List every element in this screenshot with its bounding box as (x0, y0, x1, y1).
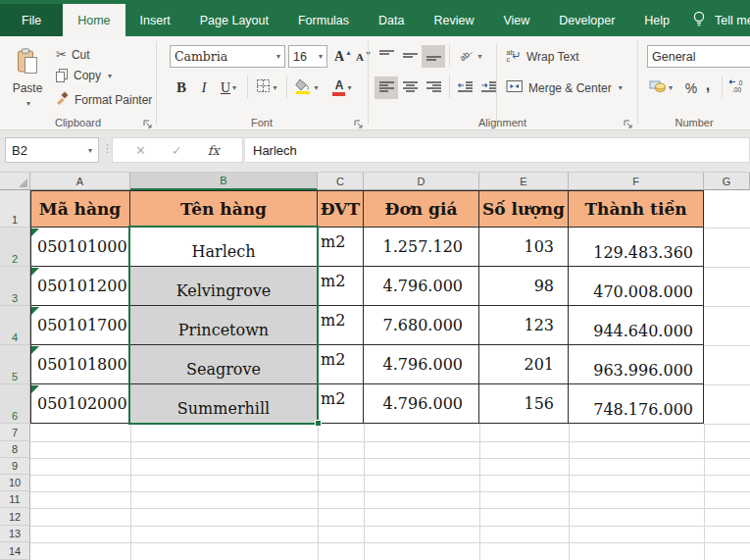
cell-A6[interactable]: 0501020001 (30, 384, 130, 424)
tab-formulas[interactable]: Formulas (283, 4, 364, 36)
cell-F5[interactable]: 963.996.000 (569, 345, 704, 384)
row-header-9[interactable]: 9 (0, 458, 30, 475)
cell-A1[interactable]: Mã hàng (30, 190, 130, 228)
cell-D3[interactable]: 4.796.000 (364, 267, 479, 306)
cell-B6[interactable]: Summerhill (130, 384, 318, 424)
row-header-8[interactable]: 8 (0, 441, 30, 458)
cell-C1[interactable]: ĐVT (318, 190, 364, 228)
tab-data[interactable]: Data (364, 4, 419, 36)
cell-D6[interactable]: 4.796.000 (364, 384, 479, 424)
cell-B2[interactable]: Harlech (130, 228, 318, 267)
number-format-select[interactable]: General (647, 45, 750, 68)
align-top-button[interactable] (375, 45, 398, 68)
copy-dropdown[interactable]: ▾ (108, 72, 112, 80)
tab-insert[interactable]: Insert (125, 4, 185, 36)
row-header-12[interactable]: 12 (0, 508, 30, 526)
formula-input[interactable]: Harlech (245, 137, 750, 163)
column-header-d[interactable]: D (364, 173, 479, 190)
cell-F4[interactable]: 944.640.000 (569, 306, 704, 345)
cell-E2[interactable]: 103 (479, 228, 569, 267)
clipboard-launcher[interactable] (142, 116, 153, 127)
cell-D5[interactable]: 4.796.000 (364, 345, 479, 384)
font-family-dropdown[interactable]: ▾ (276, 52, 280, 61)
merge-center-dropdown[interactable]: ▾ (619, 83, 623, 92)
row-header-2[interactable]: 2 (0, 228, 30, 267)
paste-dropdown[interactable]: ▾ (26, 99, 30, 108)
font-size-select[interactable]: 16 ▾ (288, 45, 327, 68)
insert-function-button[interactable]: fx (208, 143, 220, 158)
cell-E3[interactable]: 98 (479, 267, 569, 306)
orientation-dropdown[interactable]: ▾ (477, 52, 481, 61)
cell-F2[interactable]: 129.483.360 (569, 228, 704, 267)
percent-button[interactable]: % (681, 76, 701, 99)
cell-C3[interactable]: m2 (318, 267, 364, 306)
row-header-6[interactable]: 6 (0, 384, 30, 424)
enter-icon[interactable]: ✓ (172, 143, 182, 158)
column-header-e[interactable]: E (479, 173, 569, 190)
column-header-a[interactable]: A (30, 173, 130, 190)
comma-button[interactable]: , (701, 74, 715, 96)
paste-button[interactable]: Paste ▾ (5, 42, 50, 121)
align-center-button[interactable] (398, 76, 422, 99)
cell-A2[interactable]: 0501010001 (30, 228, 130, 267)
cell-D2[interactable]: 1.257.120 (364, 228, 479, 267)
tab-file[interactable]: File (0, 4, 63, 36)
cell-C5[interactable]: m2 (318, 345, 364, 384)
cell-E4[interactable]: 123 (479, 306, 569, 345)
copy-button[interactable]: Copy ▾ (56, 69, 112, 82)
column-header-c[interactable]: C (318, 173, 364, 190)
cell-C2[interactable]: m2 (318, 228, 364, 267)
cell-C6[interactable]: m2 (318, 384, 364, 424)
borders-button[interactable]: ▾ (251, 76, 282, 99)
font-color-dropdown[interactable]: ▾ (347, 83, 351, 92)
cell-F3[interactable]: 470.008.000 (569, 267, 704, 306)
row-header-11[interactable]: 11 (0, 491, 30, 508)
underline-dropdown[interactable]: ▾ (232, 83, 236, 92)
font-color-button[interactable]: A ▾ (325, 76, 359, 99)
cell-E5[interactable]: 201 (479, 345, 569, 384)
column-header-g[interactable]: G (704, 173, 750, 190)
accounting-format-button[interactable]: ▾ (644, 76, 677, 99)
borders-dropdown[interactable]: ▾ (273, 83, 276, 92)
align-bottom-button[interactable] (422, 45, 445, 68)
cell-A3[interactable]: 0501012001 (30, 267, 130, 306)
row-header-14[interactable]: 14 (0, 542, 30, 560)
wrap-text-button[interactable]: abc Wrap Text (506, 48, 579, 66)
font-launcher[interactable] (353, 116, 364, 127)
row-header-1[interactable]: 1 (0, 190, 30, 228)
bold-button[interactable]: B (170, 76, 193, 99)
cell-D1[interactable]: Đơn giá (364, 190, 479, 228)
cell-D4[interactable]: 7.680.000 (364, 306, 479, 345)
row-header-7[interactable]: 7 (0, 424, 30, 441)
tab-home[interactable]: Home (63, 4, 125, 36)
tell-me[interactable]: Tell me what yo (684, 4, 750, 36)
row-header-3[interactable]: 3 (0, 267, 30, 306)
align-right-button[interactable] (422, 76, 445, 99)
format-painter-button[interactable]: Format Painter (56, 91, 152, 108)
tab-help[interactable]: Help (629, 4, 684, 36)
row-header-5[interactable]: 5 (0, 345, 30, 384)
align-left-button[interactable] (375, 76, 398, 99)
cell-B5[interactable]: Seagrove (130, 345, 318, 384)
increase-indent-button[interactable] (476, 76, 500, 99)
cell-A4[interactable]: 0501017001 (30, 306, 130, 345)
cut-button[interactable]: ✂ Cut (56, 47, 90, 62)
cell-E6[interactable]: 156 (479, 384, 569, 424)
fill-handle[interactable] (315, 420, 322, 427)
decrease-indent-button[interactable] (453, 76, 476, 99)
font-size-dropdown[interactable]: ▾ (319, 52, 323, 61)
orientation-button[interactable]: ab ▾ (453, 45, 488, 68)
align-middle-button[interactable] (398, 45, 422, 68)
cell-B1[interactable]: Tên hàng (130, 190, 318, 228)
increase-decimal-button[interactable]: .0.00 (725, 76, 749, 99)
row-header-10[interactable]: 10 (0, 475, 30, 491)
row-header-13[interactable]: 13 (0, 526, 30, 542)
merge-center-button[interactable]: Merge & Center ▾ (506, 79, 623, 96)
column-header-b[interactable]: B (130, 173, 318, 190)
cell-B4[interactable]: Princetown (130, 306, 318, 345)
cell-F6[interactable]: 748.176.000 (569, 384, 704, 424)
accounting-dropdown[interactable]: ▾ (669, 83, 673, 92)
underline-button[interactable]: U▾ (214, 76, 243, 99)
cell-F1[interactable]: Thành tiền (569, 190, 704, 228)
cell-A5[interactable]: 0501018001 (30, 345, 130, 384)
